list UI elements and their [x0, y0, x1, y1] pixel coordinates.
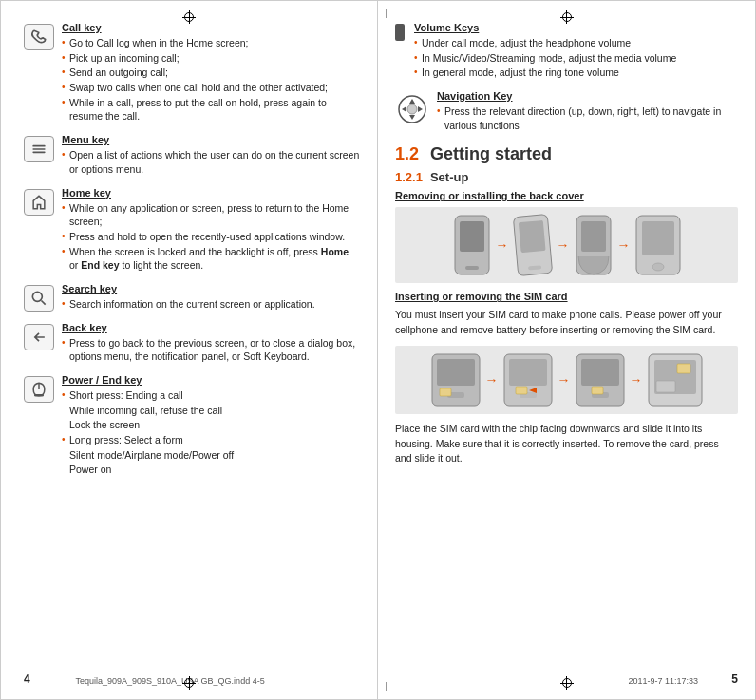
corner-bottom-right — [360, 682, 369, 691]
svg-line-4 — [42, 300, 46, 304]
home-item-1: While on any application or screen, pres… — [62, 201, 360, 229]
corner-top-left-right — [386, 9, 395, 18]
compass-top-right — [558, 9, 576, 26]
search-key-content: Search key Search information on the cur… — [62, 283, 360, 312]
svg-rect-6 — [34, 394, 44, 397]
menu-item-1: Open a list of actions which the user ca… — [62, 148, 360, 176]
power-item-5: Silent mode/Airplane mode/Power off — [62, 448, 360, 463]
section-1-2-1-title: Set-up — [430, 170, 468, 184]
home-key-icon — [24, 189, 54, 216]
svg-rect-28 — [440, 388, 451, 396]
back-key-section: Back key Press to go back to the previou… — [24, 322, 360, 365]
svg-rect-32 — [516, 387, 527, 394]
page-number-left: 4 — [24, 672, 30, 686]
svg-marker-10 — [402, 106, 406, 112]
power-item-6: Power on — [62, 463, 360, 477]
nav-key-icon — [395, 92, 429, 126]
svg-rect-40 — [656, 381, 675, 392]
sim-image-3 — [575, 352, 626, 407]
call-item-3: Send an outgoing call; — [62, 66, 360, 80]
vol-item-1: Under call mode, adjust the headphone vo… — [414, 36, 738, 50]
sim-image-4 — [647, 352, 704, 407]
phone-image-3 — [574, 214, 614, 276]
back-key-items: Press to go back to the previous screen,… — [62, 336, 360, 364]
power-item-3: Lock the screen — [62, 418, 360, 432]
menu-key-items: Open a list of actions which the user ca… — [62, 148, 360, 176]
back-key-title: Back key — [62, 322, 360, 333]
compass-bottom-right — [558, 674, 576, 691]
sim-arrow-1: → — [485, 372, 499, 388]
nav-key-section: Navigation Key Press the relevant direct… — [395, 90, 738, 133]
sim-card-body-1: You must insert your SIM card to make ph… — [395, 308, 738, 338]
back-item-1: Press to go back to the previous screen,… — [62, 336, 360, 364]
vol-item-2: In Music/Video/Streaming mode, adjust th… — [414, 51, 738, 66]
call-item-2: Pick up an incoming call; — [62, 51, 360, 66]
svg-rect-17 — [518, 220, 545, 253]
call-key-icon — [24, 24, 54, 50]
menu-key-content: Menu key Open a list of actions which th… — [62, 134, 360, 177]
call-item-1: Go to Call log when in the Home screen; — [62, 36, 360, 50]
call-item-5: While in a call, press to put the call o… — [62, 96, 360, 123]
nav-key-title: Navigation Key — [437, 90, 738, 102]
left-page: Call key Go to Call log when in the Home… — [1, 1, 378, 699]
svg-point-24 — [652, 263, 664, 271]
svg-rect-20 — [581, 221, 606, 252]
back-cover-heading: Removing or installing the back cover — [395, 190, 738, 201]
svg-rect-26 — [437, 359, 475, 386]
svg-rect-0 — [32, 145, 45, 147]
svg-marker-8 — [409, 99, 415, 104]
search-key-items: Search information on the current screen… — [62, 297, 360, 312]
volume-keys-content: Volume Keys Under call mode, adjust the … — [414, 22, 738, 81]
svg-rect-1 — [32, 148, 45, 150]
power-key-icon — [24, 376, 54, 403]
volume-keys-title: Volume Keys — [414, 22, 738, 33]
corner-bottom-left — [9, 682, 18, 691]
sim-card-heading: Inserting or removing the SIM card — [395, 291, 738, 302]
svg-marker-11 — [418, 106, 423, 112]
sim-card-images: → → → — [395, 346, 738, 414]
svg-point-3 — [32, 292, 42, 301]
footer-text-left: Tequila_909A_909S_910A_USA GB_QG.indd 4-… — [76, 676, 265, 686]
call-key-section: Call key Go to Call log when in the Home… — [24, 22, 360, 124]
home-item-2: Press and hold to open the recently-used… — [62, 230, 360, 244]
power-key-items: Short press: Ending a call While incomin… — [62, 388, 360, 477]
power-key-content: Power / End key Short press: Ending a ca… — [62, 374, 360, 478]
vol-item-3: In general mode, adjust the ring tone vo… — [414, 66, 738, 80]
back-key-icon — [24, 324, 54, 350]
nav-key-items: Press the relevant direction (up, down, … — [437, 104, 738, 132]
nav-item-1: Press the relevant direction (up, down, … — [437, 104, 738, 132]
compass-bottom-left — [180, 674, 198, 691]
search-key-icon — [24, 285, 54, 312]
compass-top-left — [180, 9, 198, 26]
menu-key-section: Menu key Open a list of actions which th… — [24, 134, 360, 177]
phone-image-1 — [452, 214, 492, 276]
sim-card-body-2: Place the SIM card with the chip facing … — [395, 422, 738, 466]
corner-top-left — [9, 9, 18, 18]
home-key-content: Home key While on any application or scr… — [62, 187, 360, 274]
home-key-section: Home key While on any application or scr… — [24, 187, 360, 274]
svg-rect-2 — [32, 152, 45, 154]
arrow-3: → — [617, 237, 631, 253]
svg-marker-9 — [409, 115, 415, 120]
phone-image-2 — [510, 213, 556, 278]
section-1-2-1-number: 1.2.1 — [395, 170, 423, 184]
arrow-2: → — [557, 237, 570, 253]
home-key-title: Home key — [62, 187, 360, 199]
power-item-4: Long press: Select a form — [62, 433, 360, 447]
power-item-2: While incoming call, refuse the call — [62, 404, 360, 418]
corner-bottom-left-right — [386, 682, 395, 691]
compass-circle — [184, 12, 194, 22]
menu-key-icon — [24, 136, 54, 162]
volume-keys-icon — [395, 24, 405, 41]
vol-icon-shape — [395, 24, 405, 41]
home-item-3: When the screen is locked and the backli… — [62, 245, 360, 273]
sim-arrow-3: → — [630, 372, 643, 388]
call-key-title: Call key — [62, 22, 360, 33]
arrow-1: → — [496, 237, 509, 253]
sim-arrow-2: → — [558, 372, 571, 388]
svg-rect-35 — [581, 359, 619, 386]
section-1-2-1: 1.2.1 Set-up — [395, 170, 738, 184]
svg-rect-30 — [509, 359, 547, 386]
phone-image-4 — [634, 214, 682, 276]
back-cover-images: → → → — [395, 207, 738, 283]
